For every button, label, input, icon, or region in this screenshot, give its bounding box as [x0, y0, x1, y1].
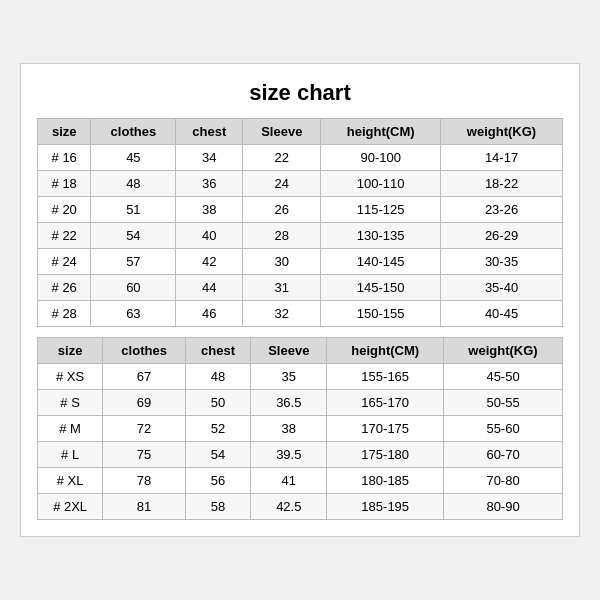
- table-cell: # XL: [38, 468, 103, 494]
- table-row: # 18483624100-11018-22: [38, 171, 563, 197]
- table-cell: # 26: [38, 275, 91, 301]
- table-cell: # 24: [38, 249, 91, 275]
- table-cell: 48: [185, 364, 250, 390]
- table-cell: 45-50: [444, 364, 563, 390]
- table-cell: 50: [185, 390, 250, 416]
- table-cell: 51: [91, 197, 176, 223]
- col-header: clothes: [103, 338, 186, 364]
- col-header: size: [38, 338, 103, 364]
- table-cell: 55-60: [444, 416, 563, 442]
- table-cell: 60-70: [444, 442, 563, 468]
- table-cell: 30: [243, 249, 321, 275]
- table-cell: 165-170: [327, 390, 444, 416]
- table-row: # 2XL815842.5185-19580-90: [38, 494, 563, 520]
- table-cell: 26-29: [441, 223, 563, 249]
- table-row: # 1645342290-10014-17: [38, 145, 563, 171]
- table-cell: 67: [103, 364, 186, 390]
- table-cell: 57: [91, 249, 176, 275]
- table-cell: 44: [176, 275, 243, 301]
- col-header: Sleeve: [251, 338, 327, 364]
- table-cell: 40-45: [441, 301, 563, 327]
- table-cell: 45: [91, 145, 176, 171]
- table-spacer: [37, 327, 563, 337]
- table-cell: 28: [243, 223, 321, 249]
- table-cell: # 2XL: [38, 494, 103, 520]
- table-cell: 32: [243, 301, 321, 327]
- table-cell: 155-165: [327, 364, 444, 390]
- table-cell: 175-180: [327, 442, 444, 468]
- table-cell: 46: [176, 301, 243, 327]
- col-header: size: [38, 119, 91, 145]
- table-cell: # S: [38, 390, 103, 416]
- table-cell: 30-35: [441, 249, 563, 275]
- col-header: chest: [185, 338, 250, 364]
- table-row: # M725238170-17555-60: [38, 416, 563, 442]
- table-cell: 63: [91, 301, 176, 327]
- table-cell: 72: [103, 416, 186, 442]
- col-header: height(CM): [321, 119, 441, 145]
- table-row: # XS674835155-16545-50: [38, 364, 563, 390]
- table-2-header-row: sizeclotheschestSleeveheight(CM)weight(K…: [38, 338, 563, 364]
- table-cell: 115-125: [321, 197, 441, 223]
- table-cell: 100-110: [321, 171, 441, 197]
- table-1: sizeclotheschestSleeveheight(CM)weight(K…: [37, 118, 563, 327]
- table-cell: 36: [176, 171, 243, 197]
- table-1-header-row: sizeclotheschestSleeveheight(CM)weight(K…: [38, 119, 563, 145]
- table-cell: 150-155: [321, 301, 441, 327]
- table-row: # 24574230140-14530-35: [38, 249, 563, 275]
- table-cell: 31: [243, 275, 321, 301]
- table-cell: 35: [251, 364, 327, 390]
- table-cell: 35-40: [441, 275, 563, 301]
- table-cell: # XS: [38, 364, 103, 390]
- table-cell: # 16: [38, 145, 91, 171]
- col-header: height(CM): [327, 338, 444, 364]
- table-cell: 70-80: [444, 468, 563, 494]
- table-cell: 41: [251, 468, 327, 494]
- table-cell: 58: [185, 494, 250, 520]
- table-cell: 185-195: [327, 494, 444, 520]
- col-header: Sleeve: [243, 119, 321, 145]
- table-cell: 14-17: [441, 145, 563, 171]
- table-cell: 54: [185, 442, 250, 468]
- table-cell: # 22: [38, 223, 91, 249]
- table-2-body: # XS674835155-16545-50# S695036.5165-170…: [38, 364, 563, 520]
- table-cell: 24: [243, 171, 321, 197]
- table-cell: 54: [91, 223, 176, 249]
- table-row: # 20513826115-12523-26: [38, 197, 563, 223]
- table-cell: 42.5: [251, 494, 327, 520]
- table-row: # 26604431145-15035-40: [38, 275, 563, 301]
- col-header: chest: [176, 119, 243, 145]
- size-chart-container: size chart sizeclotheschestSleeveheight(…: [20, 63, 580, 537]
- table-1-body: # 1645342290-10014-17# 18483624100-11018…: [38, 145, 563, 327]
- table-cell: 170-175: [327, 416, 444, 442]
- table-cell: 80-90: [444, 494, 563, 520]
- col-header: weight(KG): [444, 338, 563, 364]
- table-cell: 23-26: [441, 197, 563, 223]
- table-cell: 78: [103, 468, 186, 494]
- table-cell: 69: [103, 390, 186, 416]
- table-cell: # 28: [38, 301, 91, 327]
- table-cell: 145-150: [321, 275, 441, 301]
- table-2-header: sizeclotheschestSleeveheight(CM)weight(K…: [38, 338, 563, 364]
- table-cell: 26: [243, 197, 321, 223]
- table-cell: 81: [103, 494, 186, 520]
- table-row: # 22544028130-13526-29: [38, 223, 563, 249]
- table-row: # XL785641180-18570-80: [38, 468, 563, 494]
- table-cell: 40: [176, 223, 243, 249]
- table-cell: 42: [176, 249, 243, 275]
- col-header: clothes: [91, 119, 176, 145]
- table-cell: 56: [185, 468, 250, 494]
- table-cell: # 20: [38, 197, 91, 223]
- table-cell: 140-145: [321, 249, 441, 275]
- table-cell: 60: [91, 275, 176, 301]
- table-cell: # M: [38, 416, 103, 442]
- table-cell: 34: [176, 145, 243, 171]
- table-cell: 22: [243, 145, 321, 171]
- table-cell: 50-55: [444, 390, 563, 416]
- table-cell: 180-185: [327, 468, 444, 494]
- table-row: # 28634632150-15540-45: [38, 301, 563, 327]
- table-1-header: sizeclotheschestSleeveheight(CM)weight(K…: [38, 119, 563, 145]
- table-cell: 38: [251, 416, 327, 442]
- table-cell: 36.5: [251, 390, 327, 416]
- col-header: weight(KG): [441, 119, 563, 145]
